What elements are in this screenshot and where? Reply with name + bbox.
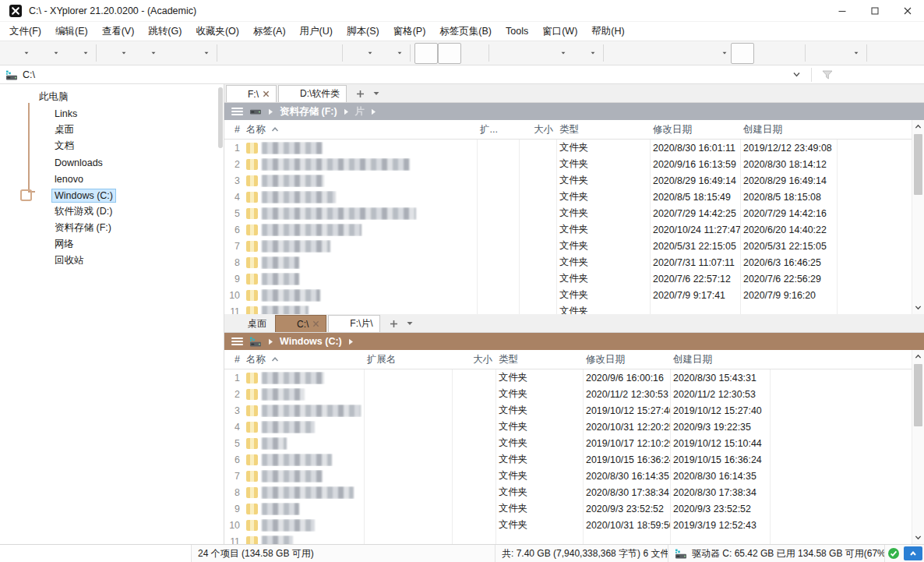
status-panel-toggle-button[interactable]	[904, 546, 922, 560]
caret-down-icon[interactable]	[590, 50, 596, 56]
expander[interactable]	[22, 175, 30, 183]
column-header-modified[interactable]: 修改日期	[583, 353, 670, 366]
settings-gear-button[interactable]	[871, 43, 894, 64]
close-icon[interactable]	[263, 90, 270, 97]
zoom-circle-button[interactable]	[160, 43, 183, 64]
menu-item[interactable]: 帮助(H)	[584, 23, 631, 41]
menu-item[interactable]: 收藏夹(O)	[189, 23, 246, 41]
expander[interactable]	[22, 224, 30, 232]
tree-item[interactable]: 网络	[0, 236, 224, 253]
table-row[interactable]: 6 文件夹 2019/10/15 16:36:24 2019/10/15 16:…	[224, 451, 912, 468]
tree-item[interactable]: Downloads	[0, 154, 224, 171]
table-row[interactable]: 7 文件夹 2020/8/30 16:14:35 2020/8/30 16:14…	[224, 468, 912, 484]
redo-button[interactable]	[376, 43, 406, 64]
expander[interactable]	[22, 125, 30, 134]
table-row[interactable]: 8 文件夹 2020/7/31 11:07:11 2020/6/3 16:46:…	[224, 254, 912, 270]
menu-item[interactable]: 用户(U)	[293, 23, 340, 41]
column-header-created[interactable]: 创建日期	[670, 353, 770, 366]
filter-funnel-blue-button[interactable]	[517, 43, 540, 64]
table-row[interactable]: 2 文件夹 2020/11/2 12:30:53 2020/11/2 12:30…	[224, 386, 912, 402]
table-row[interactable]: 7 文件夹 2020/5/31 22:15:05 2020/5/31 22:15…	[224, 238, 912, 254]
expander[interactable]	[22, 207, 30, 216]
table-row[interactable]: 8 文件夹 2020/8/30 17:38:34 2020/8/30 17:38…	[224, 484, 912, 500]
expander[interactable]	[22, 158, 30, 167]
breadcrumb-segment[interactable]: Windows (C:)	[280, 336, 342, 347]
column-header-size[interactable]: 大小	[452, 353, 496, 366]
tree-item[interactable]: lenovo	[0, 171, 224, 187]
column-header-ext[interactable]: 扩展名	[364, 353, 452, 366]
table-row[interactable]: 11	[224, 533, 912, 544]
weight-button[interactable]	[461, 43, 485, 64]
table-row[interactable]: 9 文件夹 2020/9/3 23:52:52 2020/9/3 23:52:5…	[224, 500, 912, 517]
menu-item[interactable]: 文件(F)	[2, 23, 48, 41]
split-horizontal-button[interactable]	[731, 43, 754, 64]
diamond-pane-button[interactable]	[778, 43, 801, 64]
column-header[interactable]: #	[224, 354, 243, 365]
delete-button[interactable]	[315, 43, 338, 64]
back-arrow-button[interactable]	[3, 43, 33, 64]
dark-moon-button[interactable]	[631, 43, 654, 64]
paint-roller-button[interactable]	[833, 43, 862, 64]
menu-item[interactable]: 查看(V)	[95, 23, 142, 41]
column-header[interactable]: #	[224, 124, 243, 135]
forward-arrow-button[interactable]	[33, 43, 62, 64]
maximize-button[interactable]	[859, 0, 891, 21]
breadcrumb-segment[interactable]: 资料存储 (F:)	[280, 105, 337, 118]
spiral-lollipop-button[interactable]	[608, 43, 631, 64]
tab[interactable]: D:\软件类	[278, 85, 347, 102]
plus-icon[interactable]	[390, 320, 398, 328]
table-row[interactable]: 2 文件夹 2020/9/16 16:13:59 2020/8/30 18:14…	[224, 156, 912, 172]
menu-item[interactable]: 窗口(W)	[535, 23, 584, 41]
minimize-button[interactable]	[826, 0, 859, 21]
caret-down-icon[interactable]	[203, 50, 210, 56]
tree-panel-toggle-button[interactable]	[414, 43, 438, 64]
caret-down-icon[interactable]	[121, 50, 127, 56]
table-row[interactable]: 3 文件夹 2020/8/29 16:49:14 2020/8/29 16:49…	[224, 172, 912, 189]
caret-down-icon[interactable]	[397, 50, 403, 56]
caret-down-icon[interactable]	[367, 50, 373, 56]
expander[interactable]	[22, 142, 30, 150]
menu-item[interactable]: Tools	[499, 23, 535, 39]
caret-down-icon[interactable]	[560, 50, 566, 56]
up-arrow-button[interactable]	[62, 43, 92, 64]
tab[interactable]: 桌面	[226, 315, 273, 332]
caret-down-icon[interactable]	[150, 50, 157, 56]
expander[interactable]	[22, 240, 30, 249]
caret-down-icon[interactable]	[83, 50, 89, 56]
tree-scrollbar[interactable]	[218, 87, 223, 148]
checkbox-select-button[interactable]	[438, 43, 461, 64]
pie-chart-button[interactable]	[570, 43, 599, 64]
menu-item[interactable]: 脚本(S)	[340, 23, 386, 41]
top-pane-scrollbar[interactable]	[912, 120, 924, 314]
table-row[interactable]: 5 文件夹 2019/10/17 12:10:29 2019/10/12 15:…	[224, 435, 912, 451]
table-row[interactable]: 11 文件夹	[224, 303, 912, 314]
tree-item[interactable]: 文档	[0, 138, 224, 154]
details-grid-button[interactable]	[701, 43, 731, 64]
tree-item[interactable]: Links	[0, 105, 224, 122]
hamburger-icon[interactable]	[231, 108, 243, 115]
new-folder-button[interactable]	[221, 43, 245, 64]
plus-icon[interactable]	[356, 90, 365, 98]
close-icon[interactable]	[312, 320, 319, 327]
table-row[interactable]: 10 文件夹 2020/7/9 9:17:41 2020/7/9 9:16:20	[224, 287, 912, 303]
table-row[interactable]: 3 文件夹 2019/10/12 15:27:40 2019/10/12 15:…	[224, 402, 912, 419]
expander[interactable]	[6, 93, 15, 101]
tree-item[interactable]: 软件游戏 (D:)	[0, 203, 224, 220]
menu-item[interactable]: 跳转(G)	[141, 23, 189, 41]
table-row[interactable]: 6 文件夹 2020/10/24 11:27:47 2020/6/20 14:4…	[224, 221, 912, 238]
green-tree-button[interactable]	[654, 43, 678, 64]
hamburger-icon[interactable]	[231, 338, 243, 345]
address-path[interactable]: C:\	[23, 69, 35, 80]
breadcrumb-segment[interactable]: 片	[355, 105, 365, 118]
tree-item[interactable]: 桌面	[0, 122, 224, 138]
table-row[interactable]: 1 文件夹 2020/9/6 16:00:16 2020/8/30 15:43:…	[224, 369, 912, 386]
expander[interactable]	[22, 256, 30, 265]
color-circles-button[interactable]	[809, 43, 833, 64]
filter-input[interactable]	[816, 65, 924, 83]
expander[interactable]	[22, 109, 30, 118]
caret-down-icon[interactable]	[23, 50, 30, 56]
tab[interactable]: F:\	[226, 85, 277, 102]
close-button[interactable]	[891, 0, 924, 21]
hotlist-target-button[interactable]	[130, 43, 160, 64]
undo-button[interactable]	[347, 43, 376, 64]
